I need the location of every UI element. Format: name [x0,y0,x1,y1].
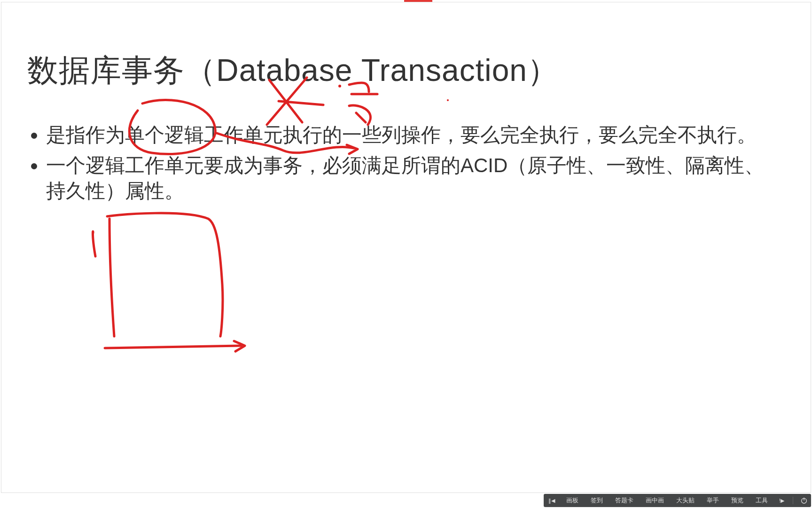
next-slide-button[interactable]: !▶ [777,498,786,504]
bullet-item: 是指作为单个逻辑工作单元执行的一些列操作，要么完全执行，要么完全不执行。 [46,122,773,148]
toolbar-whiteboard[interactable]: 画板 [563,496,581,505]
toolbar-preview[interactable]: 预览 [728,496,746,505]
toolbar-raise-hand[interactable]: 举手 [704,496,722,505]
toolbar-sticker[interactable]: 大头贴 [673,496,697,505]
svg-point-1 [447,99,449,101]
slide-title: 数据库事务（Database Transaction） [27,49,559,92]
next-icon: !▶ [779,498,784,504]
prev-icon: ‖◀ [548,498,555,504]
toolbar-tools[interactable]: 工具 [753,496,771,505]
bullet-item: 一个逻辑工作单元要成为事务，必须满足所谓的ACID（原子性、一致性、隔离性、持久… [46,153,773,204]
toolbar-signin[interactable]: 签到 [588,496,606,505]
toolbar-separator [793,497,793,504]
power-button[interactable] [800,496,808,505]
slide-bullets: 是指作为单个逻辑工作单元执行的一些列操作，要么完全执行，要么完全不执行。 一个逻… [27,122,773,209]
toolbar-pip[interactable]: 画中画 [643,496,667,505]
toolbar-answer-card[interactable]: 答题卡 [612,496,636,505]
power-icon [800,497,808,504]
prev-slide-button[interactable]: ‖◀ [547,498,557,504]
bottom-toolbar: ‖◀ 画板 签到 答题卡 画中画 大头贴 举手 预览 工具 !▶ [544,494,811,507]
slide-area: 数据库事务（Database Transaction） 是指作为单个逻辑工作单元… [1,2,811,493]
